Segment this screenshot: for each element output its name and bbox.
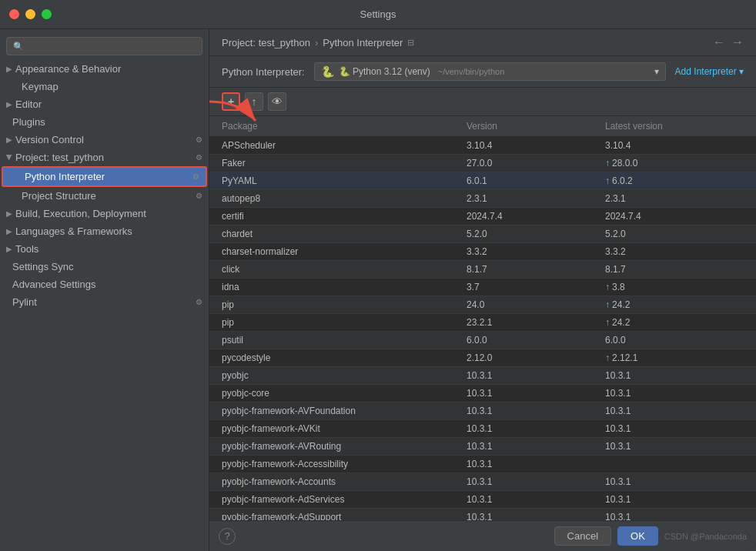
package-latest: 2.3.1: [605, 192, 744, 205]
breadcrumb: Project: test_python › Python Interprete…: [222, 37, 414, 48]
package-name: pyobjc-framework-AdSupport: [222, 510, 467, 520]
table-row[interactable]: pyobjc-framework-AVRouting10.3.110.3.1: [209, 438, 756, 456]
bottom-bar: ? Cancel OK CSDN @Pandaconda: [209, 520, 756, 551]
search-box[interactable]: 🔍: [6, 37, 202, 55]
sidebar-item-tools[interactable]: ▶ Tools: [0, 240, 209, 258]
python-icon: 🐍: [321, 65, 334, 78]
table-row[interactable]: pip23.2.1↑24.2: [209, 314, 756, 332]
table-row[interactable]: pyobjc-framework-AVKit10.3.110.3.1: [209, 420, 756, 438]
upgrade-arrow-icon: ↑: [605, 175, 610, 186]
package-version: 3.10.4: [467, 139, 605, 152]
back-button[interactable]: ←: [713, 35, 725, 49]
sidebar-item-settings-sync[interactable]: Settings Sync: [0, 258, 209, 276]
sidebar-item-appearance[interactable]: ▶ Appearance & Behavior: [0, 60, 209, 78]
package-latest: ↑2.12.1: [605, 351, 744, 365]
sidebar-item-plugins[interactable]: Plugins: [0, 113, 209, 131]
col-header-package: Package: [222, 119, 467, 133]
interpreter-select[interactable]: 🐍 🐍 Python 3.12 (venv) ~/venv/bin/python…: [314, 62, 666, 81]
upgrade-arrow-icon: ↑: [605, 282, 610, 292]
breadcrumb-project: Project: test_python: [222, 37, 310, 48]
help-button[interactable]: ?: [219, 528, 236, 545]
cancel-button[interactable]: Cancel: [554, 526, 611, 546]
package-name: pip: [222, 316, 467, 329]
package-latest: ↑24.2: [605, 298, 744, 312]
table-row[interactable]: pyobjc-framework-AdServices10.3.110.3.1: [209, 491, 756, 509]
table-row[interactable]: Faker27.0.0↑28.0.0: [209, 155, 756, 172]
settings-icon: ⚙: [192, 172, 199, 181]
package-version: 10.3.1: [467, 475, 605, 489]
forward-button[interactable]: →: [731, 35, 744, 49]
sidebar-item-keymap[interactable]: Keymap: [0, 78, 209, 95]
package-name: chardet: [222, 227, 467, 241]
sidebar-item-editor[interactable]: ▶ Editor: [0, 95, 209, 113]
sidebar-item-project-structure[interactable]: Project Structure ⚙: [0, 187, 209, 205]
package-latest: 10.3.1: [605, 422, 744, 436]
sidebar-item-label: Keymap: [22, 81, 59, 92]
sidebar-item-build[interactable]: ▶ Build, Execution, Deployment: [0, 205, 209, 222]
package-version: 23.2.1: [467, 316, 605, 329]
sidebar-item-languages[interactable]: ▶ Languages & Frameworks: [0, 222, 209, 240]
package-latest: ↑28.0.0: [605, 156, 744, 170]
upgrade-package-button[interactable]: ↑: [245, 92, 263, 111]
sidebar-item-version-control[interactable]: ▶ Version Control ⚙: [0, 131, 209, 149]
breadcrumb-icon: ⊟: [407, 38, 414, 48]
sidebar-item-pylint[interactable]: Pylint ⚙: [0, 293, 209, 311]
package-latest: 2024.7.4: [605, 209, 744, 223]
table-row[interactable]: pyobjc-core10.3.110.3.1: [209, 385, 756, 402]
package-name: pyobjc: [222, 369, 467, 382]
add-package-button[interactable]: +: [222, 92, 240, 111]
table-row[interactable]: pyobjc-framework-Accessibility10.3.1: [209, 456, 756, 473]
package-latest: 3.10.4: [605, 139, 744, 152]
bottom-right: Cancel OK CSDN @Pandaconda: [554, 526, 747, 546]
table-row[interactable]: pyobjc-framework-Accounts10.3.110.3.1: [209, 473, 756, 491]
interpreter-label: Python Interpreter:: [222, 66, 305, 78]
package-toolbar: + ↑ 👁: [209, 88, 756, 116]
col-header-latest: Latest version: [605, 119, 744, 133]
package-name: autopep8: [222, 192, 467, 205]
settings-icon: ⚙: [196, 298, 202, 306]
main-content: 🔍 ▶ Appearance & Behavior Keymap ▶ Edito…: [0, 29, 756, 551]
package-latest: [605, 463, 744, 466]
upgrade-arrow-icon: ↑: [605, 158, 610, 169]
close-button[interactable]: [9, 9, 19, 19]
table-row[interactable]: pyobjc-framework-AdSupport10.3.110.3.1: [209, 509, 756, 520]
table-row[interactable]: chardet5.2.05.2.0: [209, 225, 756, 243]
package-latest: 10.3.1: [605, 369, 744, 382]
ok-button[interactable]: OK: [617, 526, 658, 546]
search-input[interactable]: [27, 41, 196, 52]
table-row[interactable]: APScheduler3.10.43.10.4: [209, 137, 756, 155]
eye-icon: 👁: [272, 95, 283, 108]
table-row[interactable]: click8.1.78.1.7: [209, 261, 756, 279]
table-row[interactable]: PyYAML6.0.1↑6.0.2: [209, 172, 756, 190]
settings-window: Settings 🔍 ▶ Appearance & Behavior Keyma…: [0, 0, 756, 551]
add-interpreter-button[interactable]: Add Interpreter ▾: [675, 66, 744, 77]
package-name: pyobjc-framework-Accounts: [222, 475, 467, 489]
table-row[interactable]: psutil6.0.06.0.0: [209, 332, 756, 349]
table-row[interactable]: charset-normalizer3.3.23.3.2: [209, 243, 756, 261]
search-icon: 🔍: [13, 42, 24, 52]
watermark: CSDN @Pandaconda: [664, 532, 747, 541]
package-name: charset-normalizer: [222, 245, 467, 259]
sidebar-item-label: Build, Execution, Deployment: [15, 208, 146, 219]
minimize-button[interactable]: [25, 9, 35, 19]
package-version: 24.0: [467, 298, 605, 312]
chevron-icon: ▶: [6, 209, 12, 218]
sidebar-item-python-interpreter[interactable]: Python Interpreter ⚙: [2, 166, 207, 187]
sidebar-item-label: Version Control: [15, 134, 84, 145]
package-name: Faker: [222, 156, 467, 170]
table-row[interactable]: pyobjc10.3.110.3.1: [209, 367, 756, 385]
maximize-button[interactable]: [42, 9, 52, 19]
table-row[interactable]: pycodestyle2.12.0↑2.12.1: [209, 349, 756, 367]
sidebar-item-label: Tools: [15, 243, 38, 255]
table-row[interactable]: pyobjc-framework-AVFoundation10.3.110.3.…: [209, 402, 756, 420]
table-row[interactable]: autopep82.3.12.3.1: [209, 190, 756, 208]
table-row[interactable]: pip24.0↑24.2: [209, 296, 756, 314]
view-options-button[interactable]: 👁: [268, 92, 286, 111]
table-row[interactable]: certifi2024.7.42024.7.4: [209, 208, 756, 225]
sidebar-item-advanced-settings[interactable]: Advanced Settings: [0, 276, 209, 293]
package-name: certifi: [222, 209, 467, 223]
package-name: pycodestyle: [222, 351, 467, 365]
sidebar-item-project[interactable]: ▶ Project: test_python ⚙: [0, 149, 209, 166]
table-row[interactable]: idna3.7↑3.8: [209, 279, 756, 296]
package-name: PyYAML: [222, 174, 467, 188]
